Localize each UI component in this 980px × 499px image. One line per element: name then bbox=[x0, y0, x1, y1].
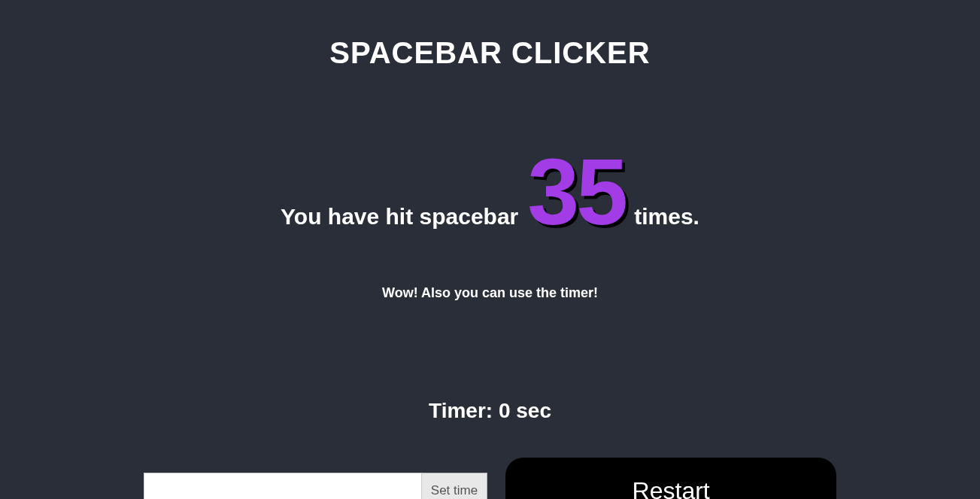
counter-suffix: times. bbox=[634, 204, 699, 230]
hint-text: Wow! Also you can use the timer! bbox=[382, 285, 598, 301]
counter-prefix: You have hit spacebar bbox=[281, 204, 518, 230]
timer-value: 0 bbox=[499, 399, 511, 422]
timer-display: Timer: 0 sec bbox=[429, 399, 551, 423]
controls-row: Set time Restart bbox=[144, 458, 836, 499]
counter-value: 35 bbox=[527, 145, 625, 239]
counter-line: You have hit spacebar 35 times. bbox=[281, 145, 699, 239]
time-input[interactable] bbox=[144, 473, 422, 499]
restart-button[interactable]: Restart bbox=[505, 458, 836, 499]
page-title: SPACEBAR CLICKER bbox=[329, 36, 650, 70]
time-input-group: Set time bbox=[144, 473, 487, 499]
timer-label: Timer: bbox=[429, 399, 493, 422]
set-time-button[interactable]: Set time bbox=[422, 473, 487, 499]
main-container: SPACEBAR CLICKER You have hit spacebar 3… bbox=[0, 0, 980, 499]
timer-unit: sec bbox=[516, 399, 551, 422]
